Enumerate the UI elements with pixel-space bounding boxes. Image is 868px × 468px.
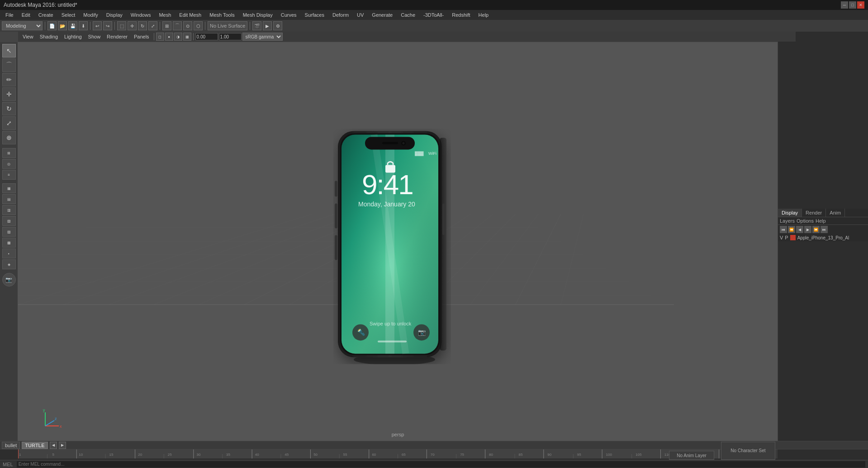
timeline-ruler[interactable]: 1 5 10 15 20 25 30 35 40 45 50 <box>18 449 778 458</box>
menu-generate[interactable]: Generate <box>368 11 396 19</box>
paint-tool-btn[interactable]: ✏ <box>2 73 16 86</box>
layer-name[interactable]: Apple_iPhone_13_Pro_Al <box>797 235 849 240</box>
snap-point-btn[interactable]: ⊙ <box>183 21 192 30</box>
render-settings-btn[interactable]: ⚙ <box>273 21 282 30</box>
turtle-tab[interactable]: TURTLE <box>22 442 47 449</box>
layer-btn4[interactable]: ▧ <box>2 216 16 226</box>
help-btn[interactable]: Help <box>816 218 826 224</box>
layer-btn2[interactable]: ▤ <box>2 194 16 204</box>
lasso-tool-btn[interactable]: ⌒ <box>2 58 16 72</box>
transport-next2[interactable]: ⏩ <box>812 226 820 233</box>
main-toolbar: Modeling Rigging Animation 📄 📂 💾 ⬇ ↩ ↪ ⬚… <box>0 20 868 32</box>
vp-smooth-btn[interactable]: ● <box>165 33 173 41</box>
menu-file[interactable]: File <box>2 11 17 19</box>
rotate-tool-btn[interactable]: ↻ <box>2 102 16 115</box>
shading-menu[interactable]: Shading <box>37 33 61 41</box>
scale-tool-btn[interactable]: ⤢ <box>2 116 16 130</box>
menu-select[interactable]: Select <box>58 11 79 19</box>
options-btn[interactable]: Options <box>797 218 814 224</box>
prev-tab-btn[interactable]: ◀ <box>50 442 57 449</box>
ipr-btn[interactable]: ▶ <box>263 21 272 30</box>
next-tab-btn[interactable]: ▶ <box>59 442 66 449</box>
vp-texture-btn[interactable]: ▦ <box>183 33 191 41</box>
channel-box-bottom: Display Render Anim Layers Options Help … <box>778 209 868 241</box>
visibility-p[interactable]: P <box>785 235 788 240</box>
menu-surfaces[interactable]: Surfaces <box>301 11 328 19</box>
transport-last[interactable]: ⏭ <box>821 226 828 233</box>
new-file-btn[interactable]: 📄 <box>47 21 57 30</box>
svg-text:WiFi: WiFi <box>428 151 436 156</box>
color-space-select[interactable]: sRGB gamma Linear <box>242 33 283 41</box>
close-button[interactable]: ✕ <box>857 1 864 9</box>
vp-sep2 <box>193 33 194 40</box>
select-tool-btn[interactable]: ↖ <box>2 44 16 57</box>
node-editor-btn[interactable]: ◎ <box>2 159 16 169</box>
menu-display[interactable]: Display <box>103 11 126 19</box>
layers-btn[interactable]: Layers <box>780 218 795 224</box>
layer-btn1[interactable]: ▦ <box>2 183 16 193</box>
script-editor-tab[interactable]: bullet <box>2 442 20 449</box>
vp-xray-btn[interactable]: ◑ <box>174 33 182 41</box>
menu-redshift[interactable]: Redshift <box>448 11 474 19</box>
layer-row: V P Apple_iPhone_13_Pro_Al <box>778 234 868 241</box>
transport-prev2[interactable]: ⏪ <box>788 226 795 233</box>
move-tool[interactable]: ✛ <box>128 21 137 30</box>
open-file-btn[interactable]: 📂 <box>58 21 67 30</box>
menu-cache[interactable]: Cache <box>397 11 419 19</box>
manip-tool-btn[interactable]: ⊕ <box>2 131 16 144</box>
snap-grid-btn[interactable]: ⊞ <box>162 21 171 30</box>
camera-btn[interactable]: 📷 <box>2 273 16 287</box>
render-tab[interactable]: Render <box>802 209 826 217</box>
redo-btn[interactable]: ↪ <box>103 21 112 30</box>
rotate-tool[interactable]: ↻ <box>138 21 147 30</box>
transport-prev[interactable]: ◀ <box>796 226 803 233</box>
menu-3dtoall[interactable]: -3DToAll- <box>420 11 447 19</box>
attr-editor-btn[interactable]: ≡ <box>2 170 16 180</box>
panels-menu[interactable]: Panels <box>131 33 152 41</box>
save-file-btn[interactable]: 💾 <box>68 21 77 30</box>
menu-create[interactable]: Create <box>35 11 57 19</box>
anim-tab[interactable]: Anim <box>826 209 845 217</box>
menu-curves[interactable]: Curves <box>277 11 300 19</box>
menu-mesh-tools[interactable]: Mesh Tools <box>206 11 238 19</box>
menu-edit-mesh[interactable]: Edit Mesh <box>175 11 205 19</box>
near-clip-input[interactable]: 0.00 <box>195 33 218 40</box>
vp-wireframe-btn[interactable]: ◻ <box>156 33 164 41</box>
view-menu[interactable]: View <box>20 33 36 41</box>
maximize-button[interactable]: □ <box>849 1 856 9</box>
menu-mesh-display[interactable]: Mesh Display <box>239 11 276 19</box>
outliner-btn[interactable]: ⊞ <box>2 148 16 158</box>
mel-input[interactable] <box>17 461 865 468</box>
lighting-menu[interactable]: Lighting <box>62 33 85 41</box>
move-tool-btn[interactable]: ✛ <box>2 87 16 101</box>
menu-windows[interactable]: Windows <box>127 11 155 19</box>
menu-uv[interactable]: UV <box>353 11 367 19</box>
snap-curve-btn[interactable]: ⌒ <box>173 21 182 30</box>
menu-help[interactable]: Help <box>475 11 493 19</box>
workspace-dropdown[interactable]: Modeling Rigging Animation <box>2 21 43 30</box>
render-btn[interactable]: 🎬 <box>252 21 261 30</box>
minimize-button[interactable]: ─ <box>841 1 848 9</box>
menu-edit[interactable]: Edit <box>18 11 34 19</box>
undo-btn[interactable]: ↩ <box>93 21 102 30</box>
menu-modify[interactable]: Modify <box>80 11 101 19</box>
select-tool[interactable]: ⬚ <box>117 21 126 30</box>
scale-tool[interactable]: ⤢ <box>148 21 157 30</box>
renderer-menu[interactable]: Renderer <box>104 33 130 41</box>
layer-btn7[interactable]: ▪ <box>2 248 16 258</box>
viewport-3d[interactable]: ▓▓▓ WiFi 9:41 Monday, January 20 🔦 📷 Swi… <box>18 42 778 441</box>
layer-btn3[interactable]: ▥ <box>2 205 16 215</box>
layer-btn8[interactable]: ◈ <box>2 259 16 269</box>
show-menu[interactable]: Show <box>85 33 104 41</box>
display-tab[interactable]: Display <box>778 209 802 217</box>
layer-btn6[interactable]: ▩ <box>2 238 16 248</box>
import-btn[interactable]: ⬇ <box>79 21 88 30</box>
menu-deform[interactable]: Deform <box>329 11 352 19</box>
snap-view-btn[interactable]: ⬡ <box>194 21 203 30</box>
layer-btn5[interactable]: ▨ <box>2 227 16 237</box>
menu-mesh[interactable]: Mesh <box>155 11 175 19</box>
transport-first[interactable]: ⏮ <box>780 226 787 233</box>
far-clip-input[interactable]: 1.00 <box>219 33 242 40</box>
transport-next[interactable]: ▶ <box>804 226 811 233</box>
visibility-v[interactable]: V <box>780 235 783 240</box>
